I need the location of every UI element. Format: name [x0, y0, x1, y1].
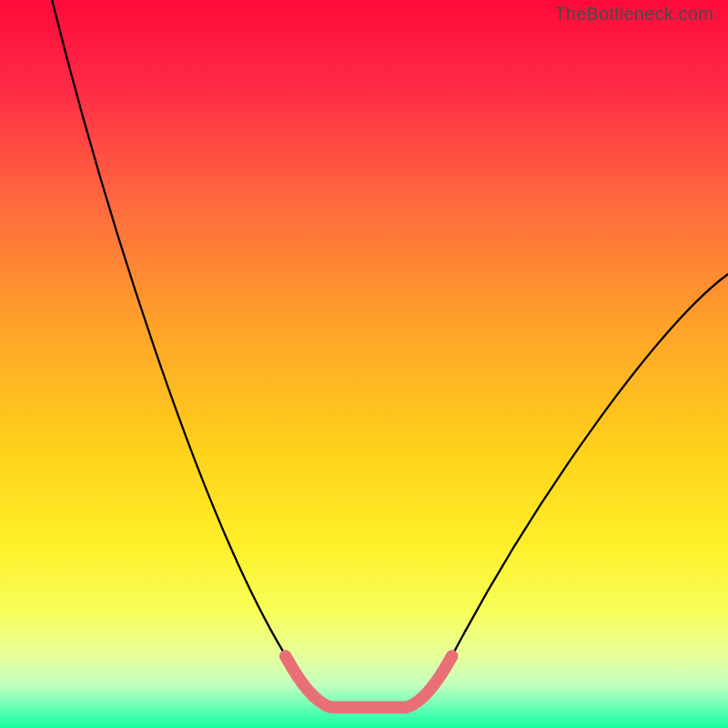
chart-frame: TheBottleneck.com — [0, 0, 728, 728]
curve-main — [52, 0, 728, 707]
watermark-text: TheBottleneck.com — [554, 4, 713, 25]
bottleneck-curve — [0, 0, 728, 728]
curve-sweetspot-highlight — [286, 656, 452, 707]
